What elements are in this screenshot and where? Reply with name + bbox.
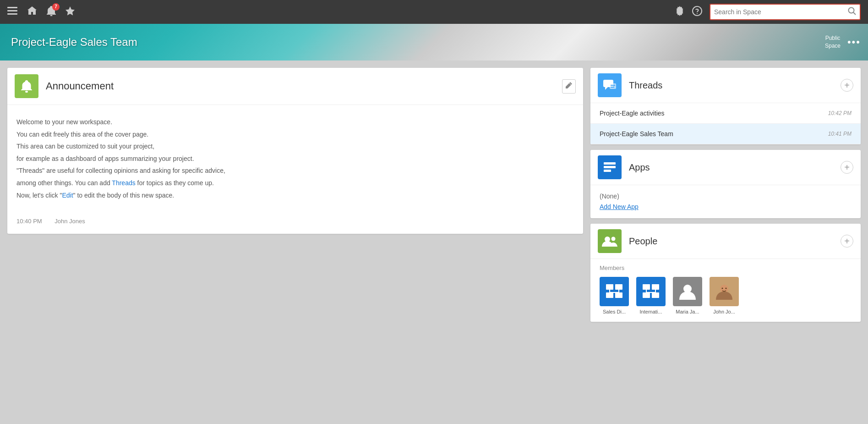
- announcement-timestamp: 10:40 PM: [16, 218, 42, 225]
- svg-rect-20: [604, 170, 611, 172]
- members-label: Members: [600, 264, 852, 271]
- svg-rect-32: [643, 292, 650, 298]
- people-card: People + Members: [590, 224, 861, 322]
- svg-rect-26: [615, 292, 622, 298]
- member-avatar-2: [636, 277, 666, 306]
- apps-card: Apps + (None) Add New App: [590, 150, 861, 218]
- favorites-icon[interactable]: [65, 6, 75, 18]
- svg-point-7: [693, 6, 702, 16]
- member-avatar-1: [600, 277, 629, 306]
- thread-item-2[interactable]: Project-Eagle Sales Team 10:41 PM: [590, 124, 861, 144]
- people-body: Members: [590, 259, 861, 322]
- space-meta: Public Space: [825, 34, 841, 50]
- svg-line-10: [853, 12, 856, 15]
- more-options-button[interactable]: •••: [847, 36, 861, 48]
- svg-point-40: [722, 288, 723, 289]
- announcement-card: Announcement Welcome to your new workspa…: [7, 68, 583, 234]
- svg-rect-33: [652, 292, 659, 298]
- svg-point-11: [25, 91, 28, 93]
- announcement-title: Announcement: [46, 80, 562, 92]
- announcement-author: John Jones: [55, 218, 85, 225]
- apps-icon-box: [598, 155, 622, 179]
- thread-time-1: 10:42 PM: [828, 110, 852, 116]
- threads-list: Project-Eagle activities 10:42 PM Projec…: [590, 103, 861, 144]
- svg-rect-30: [643, 284, 650, 290]
- add-thread-button[interactable]: +: [841, 79, 853, 92]
- member-item-3[interactable]: Maria Ja...: [673, 277, 702, 314]
- announcement-line-3: This area can be customized to suit your…: [16, 140, 574, 153]
- member-name-1: Sales Di...: [603, 309, 626, 314]
- thread-name-1: Project-Eagle activities: [600, 110, 828, 117]
- add-new-app-link[interactable]: Add New App: [600, 203, 639, 210]
- search-icon[interactable]: [848, 7, 856, 17]
- announcement-header: Announcement: [7, 68, 583, 105]
- apps-none-text: (None): [600, 193, 852, 200]
- people-icon-box: [598, 229, 622, 253]
- svg-rect-25: [606, 292, 613, 298]
- announcement-body: Welcome to your new workspace. You can e…: [7, 105, 583, 212]
- svg-point-8: [697, 13, 698, 14]
- announcement-line-4: for example as a dashboard of apps summa…: [16, 153, 574, 165]
- people-header: People +: [590, 224, 861, 259]
- threads-card: Threads + Project-Eagle activities 10:42…: [590, 68, 861, 144]
- home-icon[interactable]: [27, 6, 38, 18]
- apps-title: Apps: [629, 162, 841, 173]
- threads-icon-box: [598, 73, 622, 97]
- svg-marker-14: [605, 87, 608, 90]
- search-input[interactable]: [714, 8, 848, 16]
- edit-announcement-button[interactable]: [562, 79, 576, 94]
- space-type: Public: [825, 34, 841, 42]
- nav-right: [675, 4, 861, 20]
- svg-point-41: [726, 288, 727, 289]
- member-item-4[interactable]: John Jo...: [710, 277, 739, 314]
- svg-rect-2: [7, 13, 17, 15]
- member-item-1[interactable]: Sales Di...: [600, 277, 629, 314]
- svg-point-22: [611, 237, 616, 241]
- edit-link[interactable]: Edit: [62, 192, 73, 199]
- search-box: [710, 4, 861, 20]
- member-avatar-3: [673, 277, 702, 306]
- members-row: Sales Di...: [600, 277, 852, 314]
- threads-title: Threads: [629, 80, 841, 91]
- threads-header: Threads +: [590, 68, 861, 103]
- menu-icon[interactable]: [7, 7, 17, 17]
- svg-rect-18: [604, 162, 616, 165]
- notification-badge: 7: [52, 3, 60, 11]
- svg-point-4: [50, 15, 53, 16]
- member-item-2[interactable]: Internati...: [636, 277, 666, 314]
- svg-rect-23: [606, 284, 613, 290]
- notification-icon[interactable]: 7: [47, 6, 56, 18]
- announcement-line-2: You can edit freely this area of the cov…: [16, 128, 574, 141]
- svg-rect-15: [610, 83, 616, 89]
- people-title: People: [629, 236, 841, 247]
- announcement-line-5: "Threads" are useful for collecting opin…: [16, 165, 574, 177]
- threads-link[interactable]: Threads: [112, 179, 135, 187]
- thread-item-1[interactable]: Project-Eagle activities 10:42 PM: [590, 103, 861, 124]
- apps-header: Apps +: [590, 150, 861, 185]
- announcement-footer: 10:40 PM John Jones: [7, 212, 583, 234]
- announcement-icon-box: [15, 74, 38, 98]
- svg-rect-24: [615, 284, 622, 290]
- add-app-button[interactable]: +: [841, 161, 853, 174]
- space-header: Project-Eagle Sales Team Public Space ••…: [0, 24, 868, 61]
- svg-rect-0: [7, 7, 17, 8]
- member-avatar-4: [710, 277, 739, 306]
- space-label: Space: [825, 42, 841, 50]
- member-name-4: John Jo...: [713, 309, 735, 314]
- right-panel: Threads + Project-Eagle activities 10:42…: [590, 68, 861, 417]
- add-person-button[interactable]: +: [841, 235, 853, 248]
- svg-point-9: [849, 8, 854, 13]
- announcement-line-7: Now, let's click "Edit" to edit the body…: [16, 189, 574, 202]
- announcement-line-6: among other things. You can add Threads …: [16, 177, 574, 189]
- announcement-line-1: Welcome to your new workspace.: [16, 116, 574, 128]
- apps-body: (None) Add New App: [590, 185, 861, 218]
- svg-marker-5: [66, 6, 75, 16]
- thread-name-2: Project-Eagle Sales Team: [600, 130, 828, 138]
- svg-rect-1: [7, 10, 17, 11]
- member-name-3: Maria Ja...: [676, 309, 699, 314]
- thread-time-2: 10:41 PM: [828, 131, 852, 137]
- settings-icon[interactable]: [675, 6, 685, 18]
- svg-rect-31: [652, 284, 659, 290]
- top-nav: 7: [0, 0, 868, 24]
- help-icon[interactable]: [692, 6, 702, 18]
